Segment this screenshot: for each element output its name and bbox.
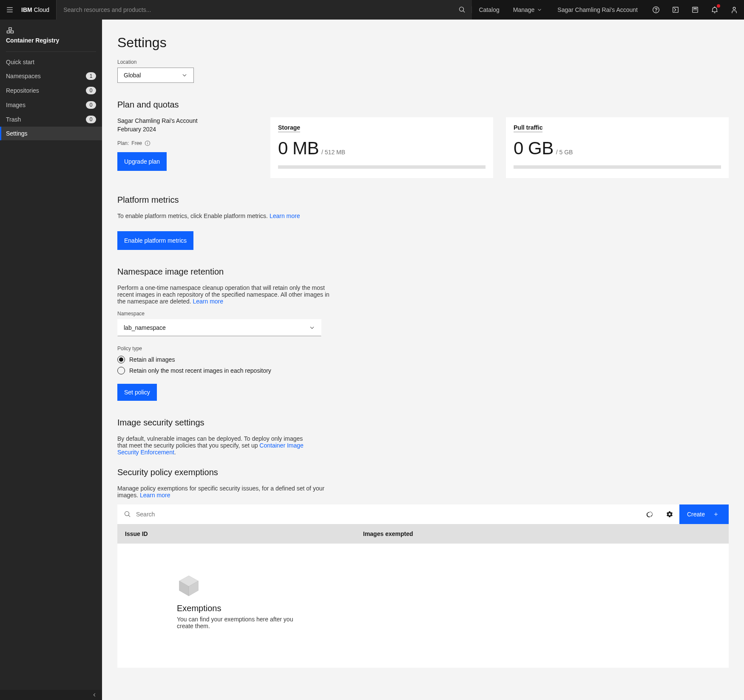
pull-title: Pull traffic	[514, 124, 542, 132]
info-icon[interactable]	[145, 140, 151, 146]
exemptions-learn-more-link[interactable]: Learn more	[140, 492, 170, 499]
plus-icon	[713, 511, 719, 518]
metrics-body: To enable platform metrics, click Enable…	[117, 213, 330, 219]
refresh-icon	[647, 511, 653, 518]
location-value: Global	[124, 72, 141, 79]
plan-heading: Plan and quotas	[117, 100, 729, 110]
location-select[interactable]: Global	[117, 68, 194, 83]
radio-icon	[117, 367, 125, 374]
brand-first: IBM	[21, 6, 32, 13]
help-icon	[652, 6, 660, 14]
plan-row: Sagar Chamling Rai's Account February 20…	[117, 117, 729, 178]
notification-dot	[717, 4, 720, 8]
retention-body: Perform a one-time namespace cleanup ope…	[117, 284, 330, 305]
brand-second: Cloud	[34, 6, 50, 13]
policy-retain-all[interactable]: Retain all images	[117, 356, 729, 363]
plan-month: February 2024	[117, 126, 258, 133]
svg-rect-0	[7, 7, 13, 8]
metrics-learn-more-link[interactable]: Learn more	[270, 213, 300, 219]
refresh-button[interactable]	[640, 504, 660, 524]
storage-title: Storage	[278, 124, 300, 132]
nav-catalog[interactable]: Catalog	[472, 0, 506, 20]
enable-platform-metrics-button[interactable]: Enable platform metrics	[117, 231, 193, 250]
sidebar-item-quick-start[interactable]: Quick start	[0, 55, 102, 69]
policy-retain-recent[interactable]: Retain only the most recent images in ea…	[117, 367, 729, 374]
exemptions-body: Manage policy exemptions for specific se…	[117, 485, 330, 499]
notifications-button[interactable]	[705, 0, 724, 20]
empty-cube-icon	[177, 573, 720, 598]
svg-rect-7	[696, 9, 697, 10]
main-content: Settings Location Global Plan and quotas…	[102, 20, 744, 693]
search-submit[interactable]	[452, 6, 472, 13]
container-registry-icon	[6, 26, 96, 35]
top-bar: IBM Cloud Catalog Manage Sagar Chamling …	[0, 0, 744, 20]
security-body: By default, vulnerable images can be dep…	[117, 435, 313, 456]
sidebar-item-label: Namespaces	[6, 73, 41, 79]
svg-point-3	[656, 11, 656, 12]
help-button[interactable]	[646, 0, 666, 20]
gear-icon	[666, 511, 673, 518]
exemptions-panel: Create Issue ID Images exempted Exemptio…	[117, 504, 729, 668]
sidebar-item-settings[interactable]: Settings	[0, 127, 102, 140]
menu-icon	[6, 6, 14, 14]
brand[interactable]: IBM Cloud	[20, 0, 57, 20]
account-switcher[interactable]: Sagar Chamling Rai's Account	[549, 0, 646, 20]
sidebar-badge: 0	[86, 87, 96, 94]
retention-learn-more-link[interactable]: Learn more	[193, 298, 223, 305]
col-issue-id[interactable]: Issue ID	[117, 530, 355, 537]
svg-rect-8	[148, 143, 148, 145]
sidebar-title: Container Registry	[6, 37, 96, 44]
chevron-down-icon	[309, 325, 315, 331]
svg-point-9	[147, 142, 148, 142]
policy-type-label: Policy type	[117, 346, 729, 351]
exemptions-search-input[interactable]	[135, 510, 633, 518]
sidebar-item-label: Trash	[6, 116, 21, 123]
settings-button[interactable]	[660, 504, 679, 524]
security-heading: Image security settings	[117, 418, 729, 428]
user-avatar-button[interactable]	[724, 0, 744, 20]
hamburger-menu-button[interactable]	[0, 0, 20, 20]
sidebar-item-label: Quick start	[6, 59, 34, 65]
exemptions-toolbar: Create	[117, 504, 729, 524]
sidebar: Container Registry Quick start Namespace…	[0, 20, 102, 693]
sidebar-item-label: Images	[6, 102, 26, 108]
set-policy-button[interactable]: Set policy	[117, 384, 157, 401]
sidebar-item-repositories[interactable]: Repositories 0	[0, 83, 102, 98]
svg-rect-6	[695, 9, 696, 10]
empty-title: Exemptions	[177, 604, 720, 613]
storage-cap: / 512 MB	[321, 149, 345, 156]
create-exemption-button[interactable]: Create	[679, 504, 729, 524]
storage-progress	[278, 165, 486, 169]
namespace-value: lab_namespace	[124, 324, 166, 331]
storage-value: 0 MB	[278, 138, 319, 159]
search-icon	[459, 6, 466, 13]
sidebar-item-trash[interactable]: Trash 0	[0, 112, 102, 127]
namespace-select[interactable]: lab_namespace	[117, 319, 321, 336]
pull-cap: / 5 GB	[556, 149, 573, 156]
col-images-exempted[interactable]: Images exempted	[355, 530, 729, 537]
search-icon	[124, 511, 131, 518]
sidebar-badge: 1	[86, 72, 96, 80]
sidebar-item-images[interactable]: Images 0	[0, 98, 102, 112]
chevron-down-icon	[537, 7, 542, 12]
nav-manage[interactable]: Manage	[506, 0, 549, 20]
search-input[interactable]	[57, 0, 452, 20]
pull-card: Pull traffic 0 GB / 5 GB	[506, 117, 729, 178]
sidebar-collapse[interactable]	[0, 690, 102, 693]
exemptions-empty-state: Exemptions You can find your exemptions …	[117, 544, 729, 668]
exemptions-heading: Security policy exemptions	[117, 468, 729, 477]
retention-heading: Namespace image retention	[117, 267, 729, 277]
plan-line: Plan: Free	[117, 140, 258, 146]
sidebar-badge: 0	[86, 116, 96, 123]
sidebar-item-namespaces[interactable]: Namespaces 1	[0, 69, 102, 83]
svg-rect-5	[693, 9, 694, 10]
pull-progress	[514, 165, 721, 169]
sidebar-item-label: Repositories	[6, 87, 39, 94]
shell-button[interactable]	[666, 0, 685, 20]
upgrade-plan-button[interactable]: Upgrade plan	[117, 152, 167, 171]
empty-body: You can find your exemptions here after …	[177, 616, 304, 629]
sidebar-divider	[6, 51, 96, 52]
radio-icon	[117, 356, 125, 363]
cost-estimator-button[interactable]	[685, 0, 705, 20]
plan-account: Sagar Chamling Rai's Account	[117, 117, 258, 124]
